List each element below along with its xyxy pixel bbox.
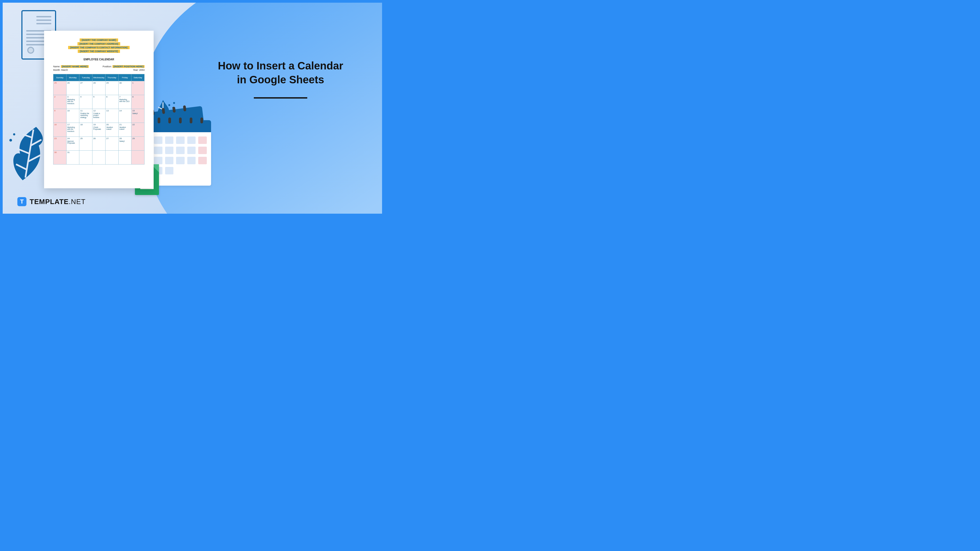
calendar-event-text: Vacation Leave! [119, 126, 130, 130]
calendar-date-number: 28 [119, 137, 130, 140]
calendar-cell: 28 [92, 81, 105, 95]
calendar-date-number: 30 [54, 151, 65, 154]
calendar-date-number: 6 [107, 95, 118, 98]
calendar-cell: 6 [105, 95, 118, 109]
calendar-date-number: 31 [67, 151, 78, 154]
calendar-date-number: 27 [80, 82, 91, 84]
calendar-cell: 8 [132, 95, 145, 109]
calendar-cell: 24Approve Proposals [66, 137, 80, 151]
calendar-event-text: Create a project timeline [93, 113, 105, 118]
calendar-week-row: 91011Finalize the marketing strategy12Cr… [53, 109, 145, 123]
calendar-date-number: 29 [132, 137, 143, 140]
calendar-date-number: 29 [107, 82, 118, 84]
month-label: Month: [53, 69, 60, 71]
year-value: 2053 [139, 69, 145, 71]
leaf-icon [7, 124, 49, 183]
calendar-date-number: 19 [93, 123, 105, 126]
calendar-cell: 26 [92, 137, 105, 151]
calendar-date-number: 14 [119, 110, 130, 112]
calendar-date-number: 25 [80, 137, 91, 140]
calendar-cell: 27 [105, 137, 118, 151]
calendar-date-number: 27 [107, 137, 118, 140]
calendar-cell: 12Create a project timeline [92, 109, 105, 123]
logo-suffix: .NET [68, 198, 86, 206]
calendar-cell: 23 [53, 137, 67, 151]
calendar-cell: 17Marketing with the Investors [66, 123, 80, 137]
calendar-date-number: 7 [119, 95, 130, 98]
calendar-cell: 28Salary! [118, 137, 132, 151]
logo-badge: T [18, 197, 27, 206]
calendar-date-number: 11 [80, 110, 91, 112]
calendar-day-header: Sunday [53, 74, 67, 81]
calendar-cell: 1 [132, 81, 145, 95]
calendar-cell: 15Salary! [132, 109, 145, 123]
calendar-cell: 21Vacation Leave! [118, 123, 132, 137]
calendar-event-text: Salary! [132, 113, 143, 114]
calendar-date-number: 10 [67, 110, 78, 112]
calendar-cell: 3Marketing with the Investors [66, 95, 80, 109]
headline-rule [254, 97, 307, 98]
calendar-date-number: 2 [54, 95, 65, 98]
calendar-date-number: 26 [93, 137, 105, 140]
calendar-day-header: Tuesday [80, 74, 92, 81]
calendar-cell: 9 [53, 109, 67, 123]
calendar-cell [118, 151, 132, 165]
company-name-placeholder: [INSERT THE COMPANY NAME] [80, 38, 118, 42]
calendar-date-number: 9 [54, 110, 65, 112]
calendar-cell: 30 [53, 151, 67, 165]
calendar-week-row: 3031 [53, 151, 145, 165]
calendar-cell: 26 [66, 81, 80, 95]
calendar-cell: 18 [80, 123, 92, 137]
calendar-day-header: Friday [118, 74, 132, 81]
calendar-cell: 31 [66, 151, 80, 165]
calendar-date-number: 21 [119, 123, 130, 126]
headline-line2: in Google Sheets [237, 74, 325, 86]
calendar-week-row: 23Marketing with the Investors4567Market… [53, 95, 145, 109]
calendar-cell: 10 [66, 109, 80, 123]
svg-point-1 [13, 133, 15, 135]
calendar-date-number: 24 [67, 137, 78, 140]
calendar-cell: 13 [105, 109, 118, 123]
calendar-event-text: Salary! [119, 140, 130, 142]
employee-calendar-sheet: [INSERT THE COMPANY NAME] [INSERT THE CO… [44, 31, 154, 188]
calendar-event-text: Marketing with the Investors [67, 98, 78, 105]
template-net-logo: T TEMPLATE.NET [18, 197, 86, 206]
document-title: EMPLOYEE CALENDAR [53, 58, 145, 61]
company-contact-placeholder: [INSERT THE COMPANY'S CONTACT INFORMATIO… [68, 46, 130, 49]
headline-text: How to Insert a Calendar in Google Sheet… [216, 59, 345, 87]
calendar-cell: 27 [80, 81, 92, 95]
calendar-date-number: 17 [67, 123, 78, 126]
calendar-cell: 16 [53, 123, 67, 137]
calendar-cell: 5 [92, 95, 105, 109]
position-value: [INSERT POSITION HERE] [113, 65, 145, 68]
calendar-date-number: 28 [93, 82, 105, 84]
calendar-date-number: 8 [132, 95, 143, 98]
calendar-date-number: 15 [132, 110, 143, 112]
calendar-cell: 25 [80, 137, 92, 151]
company-website-placeholder: [INSERT THE COMPANY WEBSITE] [78, 50, 120, 53]
meta-row-month-year: Month: March Year: 2053 [53, 69, 145, 71]
calendar-cell: 29 [132, 137, 145, 151]
calendar-cell: 22 [132, 123, 145, 137]
calendar-event-text: Vacation Leave! [107, 126, 118, 130]
calendar-date-number: 12 [93, 110, 105, 112]
canvas: How to Insert a Calendar in Google Sheet… [3, 3, 382, 214]
calendar-cell: 25 [53, 81, 67, 95]
calendar-date-number: 16 [54, 123, 65, 126]
calendar-date-number: 5 [93, 95, 105, 98]
name-value: [INSERT NAME HERE] [61, 65, 89, 68]
logo-wordmark: TEMPLATE.NET [30, 198, 86, 206]
svg-point-0 [10, 139, 12, 141]
calendar-date-number: 3 [67, 95, 78, 98]
calendar-date-number: 4 [80, 95, 91, 98]
calendar-event-text: Finalize the marketing strategy [80, 113, 91, 118]
calendar-week-row: 2324Approve Proposals25262728Salary!29 [53, 137, 145, 151]
calendar-cell [132, 151, 145, 165]
calendar-cell: 19Check Proposals [92, 123, 105, 137]
calendar-date-number: 26 [67, 82, 78, 84]
calendar-event-text: Check Proposals [93, 126, 105, 130]
calendar-date-number: 22 [132, 123, 143, 126]
position-label: Position: [103, 65, 112, 68]
month-value: March [61, 69, 68, 71]
calendar-date-number: 23 [54, 137, 65, 140]
